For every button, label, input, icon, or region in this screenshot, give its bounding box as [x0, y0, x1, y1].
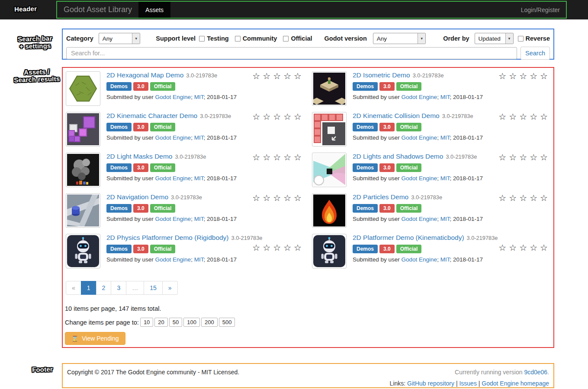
asset-title-link[interactable]: 2D Lights and Shadows Demo [353, 153, 443, 160]
version-badge[interactable]: 3.0 [379, 204, 395, 213]
asset-title-link[interactable]: 2D Kinematic Collision Demo [353, 112, 440, 119]
asset-thumbnail[interactable] [312, 234, 347, 268]
license-link[interactable]: MIT [194, 94, 204, 100]
per-page-500-button[interactable]: 500 [219, 318, 235, 327]
version-badge[interactable]: 3.0 [133, 163, 148, 172]
license-link[interactable]: MIT [194, 175, 204, 182]
version-badge[interactable]: 3.0 [133, 82, 148, 91]
support-badge[interactable]: Official [150, 82, 176, 91]
license-link[interactable]: MIT [440, 175, 450, 182]
per-page-20-button[interactable]: 20 [154, 318, 167, 327]
rating-stars[interactable]: ☆☆☆☆☆ [252, 193, 304, 203]
asset-thumbnail[interactable] [66, 112, 100, 147]
pagination-page-2[interactable]: 2 [96, 281, 112, 295]
rating-stars[interactable]: ☆☆☆☆☆ [498, 71, 550, 81]
version-badge[interactable]: 3.0 [379, 163, 395, 172]
support-badge[interactable]: Official [396, 82, 422, 91]
asset-thumbnail[interactable] [66, 71, 100, 106]
running-version-link[interactable]: 9cd0e06 [524, 369, 547, 376]
asset-title-link[interactable]: 2D Platformer Demo (Kinematicbody) [353, 234, 464, 241]
asset-thumbnail[interactable] [312, 193, 347, 228]
category-badge[interactable]: Demos [106, 82, 132, 91]
category-badge[interactable]: Demos [353, 204, 378, 213]
community-checkbox[interactable] [235, 36, 241, 41]
asset-thumbnail[interactable] [312, 71, 347, 106]
author-link[interactable]: Godot Engine [402, 256, 437, 263]
version-badge[interactable]: 3.0 [379, 82, 395, 91]
rating-stars[interactable]: ☆☆☆☆☆ [498, 193, 550, 203]
reverse-checkbox[interactable] [518, 36, 524, 41]
per-page-200-button[interactable]: 200 [201, 318, 218, 327]
version-badge[interactable]: 3.0 [133, 245, 148, 253]
category-badge[interactable]: Demos [106, 245, 132, 253]
author-link[interactable]: Godot Engine [155, 94, 191, 100]
rating-stars[interactable]: ☆☆☆☆☆ [498, 153, 550, 162]
view-pending-button[interactable]: ⌛ View Pending [65, 332, 125, 345]
pagination-next[interactable]: » [162, 281, 178, 295]
asset-title-link[interactable]: 2D Hexagonal Map Demo [106, 71, 183, 79]
per-page-10-button[interactable]: 10 [140, 318, 153, 327]
version-badge[interactable]: 3.0 [379, 245, 395, 253]
support-badge[interactable]: Official [150, 123, 176, 131]
login-register-link[interactable]: Login/Register [515, 2, 566, 18]
support-badge[interactable]: Official [150, 204, 176, 213]
search-button[interactable]: Search [521, 47, 550, 60]
author-link[interactable]: Godot Engine [155, 256, 191, 263]
author-link[interactable]: Godot Engine [402, 134, 437, 141]
brand-link[interactable]: Godot Asset Library [57, 2, 138, 18]
asset-title-link[interactable]: 2D Physics Platformer Demo (Rigidbody) [106, 234, 229, 241]
author-link[interactable]: Godot Engine [155, 216, 191, 222]
license-link[interactable]: MIT [440, 256, 450, 263]
tab-assets[interactable]: Assets [138, 2, 170, 18]
rating-stars[interactable]: ☆☆☆☆☆ [498, 112, 550, 121]
category-badge[interactable]: Demos [106, 123, 132, 131]
asset-title-link[interactable]: 2D Isometric Demo [353, 71, 410, 79]
order-by-select[interactable]: Updated ▼ [475, 33, 514, 44]
asset-title-link[interactable]: 2D Navigation Demo [106, 193, 168, 201]
pagination-page-15[interactable]: 15 [144, 281, 163, 295]
category-badge[interactable]: Demos [353, 82, 378, 91]
author-link[interactable]: Godot Engine [402, 175, 437, 182]
asset-title-link[interactable]: 2D Kinematic Character Demo [106, 112, 197, 119]
version-badge[interactable]: 3.0 [379, 123, 395, 131]
github-repository-link[interactable]: GitHub repository [407, 380, 454, 387]
support-badge[interactable]: Official [150, 245, 176, 253]
godot-version-select[interactable]: Any ▼ [373, 33, 426, 44]
rating-stars[interactable]: ☆☆☆☆☆ [252, 243, 304, 252]
license-link[interactable]: MIT [440, 134, 450, 141]
issues-link[interactable]: Issues [459, 380, 476, 387]
category-select[interactable]: Any ▼ [99, 33, 140, 44]
license-link[interactable]: MIT [194, 134, 204, 141]
category-badge[interactable]: Demos [106, 163, 132, 172]
category-badge[interactable]: Demos [353, 123, 378, 131]
license-link[interactable]: MIT [194, 216, 204, 222]
asset-thumbnail[interactable] [312, 112, 347, 147]
rating-stars[interactable]: ☆☆☆☆☆ [498, 243, 550, 252]
per-page-100-button[interactable]: 100 [183, 318, 200, 327]
official-checkbox[interactable] [283, 36, 289, 41]
license-link[interactable]: MIT [440, 94, 450, 100]
version-badge[interactable]: 3.0 [133, 204, 148, 213]
support-badge[interactable]: Official [396, 123, 422, 131]
pagination-page-1[interactable]: 1 [81, 281, 96, 295]
version-badge[interactable]: 3.0 [133, 123, 148, 131]
author-link[interactable]: Godot Engine [155, 134, 191, 141]
support-badge[interactable]: Official [150, 163, 176, 172]
asset-thumbnail[interactable] [312, 153, 347, 187]
license-link[interactable]: MIT [194, 256, 204, 263]
author-link[interactable]: Godot Engine [155, 175, 191, 182]
rating-stars[interactable]: ☆☆☆☆☆ [252, 153, 304, 162]
asset-thumbnail[interactable] [66, 153, 100, 187]
asset-title-link[interactable]: 2D Light Masks Demo [106, 153, 172, 160]
asset-thumbnail[interactable] [66, 234, 100, 268]
author-link[interactable]: Godot Engine [402, 216, 437, 222]
category-badge[interactable]: Demos [353, 163, 378, 172]
pagination-page-3[interactable]: 3 [111, 281, 126, 295]
godot-homepage-link[interactable]: Godot Engine homepage [482, 380, 549, 387]
asset-title-link[interactable]: 2D Particles Demo [353, 193, 408, 201]
asset-thumbnail[interactable] [66, 193, 100, 228]
support-badge[interactable]: Official [396, 204, 422, 213]
category-badge[interactable]: Demos [353, 245, 378, 253]
rating-stars[interactable]: ☆☆☆☆☆ [252, 112, 304, 121]
per-page-50-button[interactable]: 50 [169, 318, 182, 327]
